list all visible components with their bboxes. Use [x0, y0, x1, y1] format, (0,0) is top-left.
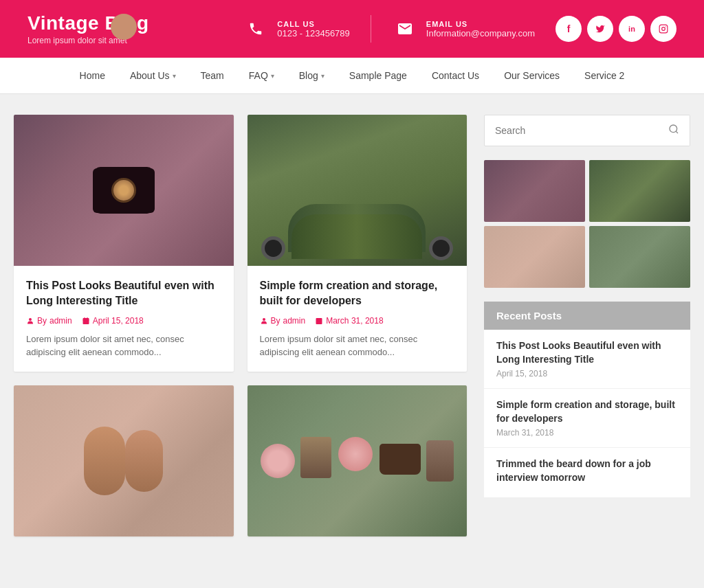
thumb-flowers[interactable]: [589, 226, 690, 288]
nav-link-about[interactable]: About Us ▾: [118, 58, 188, 93]
phone-contact: CALL US 0123 - 123456789: [243, 16, 350, 42]
svg-point-2: [666, 26, 666, 27]
nav-item-faq[interactable]: FAQ ▾: [236, 58, 287, 93]
post-title-1[interactable]: This Post Looks Beautiful even with Long…: [26, 278, 221, 309]
chevron-down-icon: ▾: [321, 72, 324, 80]
recent-post-title-2[interactable]: Simple form creation and storage, built …: [496, 398, 678, 425]
nav-item-blog[interactable]: Blog ▾: [287, 58, 337, 93]
nav-link-team[interactable]: Team: [188, 58, 236, 93]
svg-rect-9: [316, 318, 322, 324]
recent-post-title-1[interactable]: This Post Looks Beautiful even with Long…: [496, 339, 678, 366]
nav-item-service2[interactable]: Service 2: [572, 58, 637, 93]
search-widget: [484, 115, 690, 146]
post-card-4: [248, 385, 468, 536]
recent-posts-widget: Recent Posts This Post Looks Beautiful e…: [484, 302, 690, 497]
recent-post-item-3: Trimmed the beard down for a job intervi…: [484, 448, 690, 497]
post-content-1: This Post Looks Beautiful even with Long…: [14, 266, 234, 372]
call-number: 0123 - 123456789: [277, 28, 350, 38]
main-container: This Post Looks Beautiful even with Long…: [0, 94, 704, 557]
recent-post-date-2: March 31, 2018: [496, 428, 678, 438]
email-icon: [392, 16, 418, 42]
search-button[interactable]: [658, 115, 690, 146]
chevron-down-icon: ▾: [271, 72, 274, 80]
post-image-woman: [14, 385, 234, 536]
svg-point-3: [29, 318, 32, 321]
header-divider: [371, 15, 371, 43]
svg-rect-0: [659, 25, 668, 33]
posts-section: This Post Looks Beautiful even with Long…: [14, 115, 467, 536]
post-author-1: By admin: [26, 316, 72, 326]
facebook-icon[interactable]: f: [556, 16, 582, 42]
nav-item-contact[interactable]: Contact Us: [419, 58, 492, 93]
linkedin-icon[interactable]: in: [619, 16, 645, 42]
svg-rect-4: [82, 318, 89, 324]
post-title-2[interactable]: Simple form creation and storage, built …: [260, 278, 455, 309]
post-date-2: March 31, 2018: [315, 316, 383, 326]
nav-link-service2[interactable]: Service 2: [572, 58, 637, 93]
post-card-1: This Post Looks Beautiful even with Long…: [14, 115, 234, 372]
thumb-car[interactable]: [589, 160, 690, 222]
nav-link-services[interactable]: Our Services: [492, 58, 572, 93]
search-input[interactable]: [485, 117, 658, 144]
nav-list: Home About Us ▾ Team FAQ ▾ Blog ▾ Sample…: [67, 58, 637, 93]
phone-icon: [243, 16, 269, 42]
twitter-icon[interactable]: [587, 16, 613, 42]
header-contact: CALL US 0123 - 123456789 EMAIL US Inform…: [243, 15, 676, 43]
post-card-3: [14, 385, 234, 536]
svg-point-1: [662, 27, 666, 31]
nav-link-faq[interactable]: FAQ ▾: [236, 58, 287, 93]
email-contact: EMAIL US Information@company.com: [392, 16, 535, 42]
nav-link-blog[interactable]: Blog ▾: [287, 58, 337, 93]
post-content-2: Simple form creation and storage, built …: [248, 266, 468, 372]
email-address: Information@company.com: [426, 28, 535, 38]
call-label: CALL US: [277, 20, 350, 28]
post-excerpt-1: Lorem ipsum dolor sit amet nec, consec a…: [26, 332, 221, 359]
post-excerpt-2: Lorem ipsum dolor sit amet nec, consec a…: [260, 332, 455, 359]
nav-link-contact[interactable]: Contact Us: [419, 58, 492, 93]
post-image-flowers: [248, 385, 468, 536]
nav-link-home[interactable]: Home: [67, 58, 118, 93]
svg-point-8: [263, 318, 265, 321]
nav-item-team[interactable]: Team: [188, 58, 236, 93]
nav-item-services[interactable]: Our Services: [492, 58, 572, 93]
post-date-1: April 15, 2018: [82, 316, 144, 326]
nav-item-home[interactable]: Home: [67, 58, 118, 93]
recent-post-item-1: This Post Looks Beautiful even with Long…: [484, 330, 690, 389]
recent-post-item-2: Simple form creation and storage, built …: [484, 389, 690, 448]
site-header: Vintage Blog Lorem ipsum dolor sit amet …: [0, 0, 704, 58]
chevron-down-icon: ▾: [173, 72, 176, 80]
nav-link-sample[interactable]: Sample Page: [337, 58, 419, 93]
email-label: EMAIL US: [426, 20, 535, 28]
post-author-2: By admin: [260, 316, 306, 326]
recent-post-title-3[interactable]: Trimmed the beard down for a job intervi…: [496, 457, 678, 484]
social-icons: f in: [556, 16, 676, 42]
svg-point-10: [670, 125, 677, 133]
post-image-car: [248, 115, 468, 266]
sidebar: Recent Posts This Post Looks Beautiful e…: [484, 115, 690, 536]
main-nav: Home About Us ▾ Team FAQ ▾ Blog ▾ Sample…: [0, 58, 704, 94]
phone-info: CALL US 0123 - 123456789: [277, 20, 350, 38]
post-meta-2: By admin March 31, 2018: [260, 316, 455, 326]
nav-item-about[interactable]: About Us ▾: [118, 58, 188, 93]
post-image-camera: [14, 115, 234, 266]
email-info: EMAIL US Information@company.com: [426, 20, 535, 38]
recent-posts-title: Recent Posts: [484, 302, 690, 330]
post-meta-1: By admin April 15, 2018: [26, 316, 221, 326]
instagram-icon[interactable]: [650, 16, 676, 42]
thumbnail-grid: [484, 160, 690, 288]
post-card-2: Simple form creation and storage, built …: [248, 115, 468, 372]
recent-post-date-1: April 15, 2018: [496, 369, 678, 378]
svg-line-11: [676, 131, 678, 133]
nav-item-sample[interactable]: Sample Page: [337, 58, 419, 93]
thumb-camera[interactable]: [484, 160, 585, 222]
thumb-woman[interactable]: [484, 226, 585, 288]
